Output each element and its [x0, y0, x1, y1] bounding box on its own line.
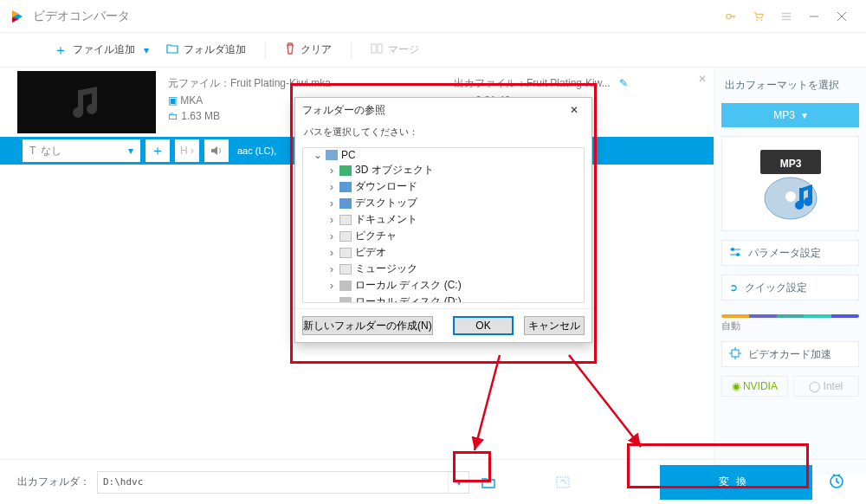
separator: [265, 42, 266, 59]
desktop-icon: [339, 198, 352, 209]
tree-disk-d[interactable]: ⌄ローカル ディスク (D:): [303, 294, 584, 303]
app-title: ビデオコンバータ: [33, 9, 717, 24]
svg-rect-18: [732, 350, 739, 357]
sliders-icon: [729, 247, 741, 260]
add-file-label: ファイル追加: [73, 42, 135, 57]
tree-pc[interactable]: ⌄PC: [303, 148, 584, 162]
svg-rect-9: [372, 44, 376, 53]
chevron-down-icon: ▾: [128, 145, 133, 157]
tree-music[interactable]: ›ミュージック: [303, 261, 584, 277]
format-panel: 出カフォーマットを選択 MP3 ▾ MP3 パラメータ設定 ➲ クイック設定: [714, 68, 866, 475]
tree-3d[interactable]: ›3D オブジェクト: [303, 162, 584, 178]
format-label: MP3: [773, 109, 795, 121]
audio-codec-label: aac (LC),: [237, 145, 276, 156]
svg-point-17: [736, 253, 740, 256]
dialog-close-button[interactable]: ✕: [564, 104, 585, 116]
bottom-bar: 出カフォルダ： ▾ 変換: [0, 459, 866, 504]
title-bar: ビデオコンバータ: [0, 0, 866, 33]
format-preview: MP3: [721, 136, 859, 231]
chevron-down-icon: ▾: [802, 109, 807, 121]
svg-point-15: [785, 191, 796, 202]
file-thumbnail[interactable]: [17, 71, 156, 133]
subtitle-select[interactable]: Tなし ▾: [23, 139, 140, 162]
schedule-icon[interactable]: [828, 472, 849, 492]
minimize-button[interactable]: [800, 4, 828, 29]
tree-documents[interactable]: ›ドキュメント: [303, 211, 584, 228]
open-folder-button[interactable]: [476, 471, 501, 494]
document-icon: [339, 215, 352, 225]
add-track-button[interactable]: ＋: [145, 139, 170, 162]
clear-button[interactable]: クリア: [278, 39, 339, 61]
disk-icon: [339, 297, 352, 304]
merge-label: マージ: [388, 42, 419, 57]
dialog-message: パスを選択してください：: [295, 122, 591, 142]
toolbar: ＋ ファイル追加 ▾ フォルダ追加 クリア マージ: [0, 33, 866, 68]
tree-pictures[interactable]: ›ピクチャ: [303, 228, 584, 244]
cube-icon: [339, 165, 352, 176]
edit-icon[interactable]: ✎: [614, 77, 629, 89]
separator: [351, 42, 352, 59]
menu-icon[interactable]: [772, 4, 800, 29]
folder-small-icon: 🗀: [168, 110, 178, 122]
tree-desktop[interactable]: ›デスクトップ: [303, 195, 584, 211]
intel-badge: ◯ Intel: [793, 376, 860, 397]
plus-icon: ＋: [151, 144, 165, 158]
snapshot-icon[interactable]: [551, 471, 575, 494]
param-label: パラメータ設定: [748, 246, 821, 261]
svg-point-4: [756, 19, 758, 21]
output-path-field[interactable]: [98, 476, 448, 488]
tree-disk-c[interactable]: ›ローカル ディスク (C:): [303, 277, 584, 294]
svg-point-16: [731, 248, 734, 251]
gpu-accel-button[interactable]: ビデオカード加速: [721, 341, 859, 367]
svg-rect-19: [557, 477, 569, 488]
svg-rect-10: [378, 44, 382, 53]
clear-label: クリア: [301, 42, 332, 57]
merge-button[interactable]: マージ: [364, 39, 426, 61]
new-folder-button[interactable]: 新しいフォルダーの作成(N): [302, 316, 433, 335]
add-folder-button[interactable]: フォルダ追加: [159, 39, 253, 61]
convert-button[interactable]: 変換: [660, 465, 812, 500]
add-file-button[interactable]: ＋ ファイル追加 ▾: [47, 39, 156, 61]
nvidia-icon: ◉: [732, 380, 743, 392]
folder-browse-dialog: フォルダーの参照 ✕ パスを選択してください： ⌄PC ›3D オブジェクト ›…: [294, 97, 592, 343]
intel-icon: ◯: [809, 380, 823, 392]
app-logo-icon: [10, 10, 24, 23]
text-icon: T: [29, 145, 36, 157]
svg-point-3: [727, 14, 731, 18]
output-path-input[interactable]: ▾: [97, 471, 469, 494]
format-select[interactable]: MP3 ▾: [721, 103, 859, 127]
param-settings-button[interactable]: パラメータ設定: [721, 240, 859, 266]
cart-icon[interactable]: [745, 4, 772, 29]
panel-title: 出カフォーマットを選択: [721, 76, 859, 94]
tree-videos[interactable]: ›ビデオ: [303, 244, 584, 261]
plus-icon: ＋: [54, 43, 68, 57]
quality-slider[interactable]: [721, 314, 859, 318]
output-path-dropdown[interactable]: ▾: [448, 472, 469, 493]
tree-downloads[interactable]: ›ダウンロード: [303, 178, 584, 195]
remove-file-button[interactable]: ✕: [698, 73, 707, 85]
dialog-title: フォルダーの参照: [302, 103, 385, 118]
close-button[interactable]: [828, 4, 856, 29]
chevron-down-icon: ▾: [456, 476, 462, 488]
add-folder-label: フォルダ追加: [184, 42, 246, 57]
nvidia-badge: ◉ NVIDIA: [721, 376, 788, 397]
merge-icon: [371, 43, 383, 56]
video-icon: [339, 248, 352, 258]
track-h-button[interactable]: H ›: [175, 139, 199, 162]
speaker-icon[interactable]: [204, 139, 229, 162]
source-file-label: 元ファイル：Fruit Plating-Kiwi.mka: [168, 76, 428, 91]
svg-text:MP3: MP3: [779, 158, 801, 170]
folder-tree[interactable]: ⌄PC ›3D オブジェクト ›ダウンロード ›デスクトップ ›ドキュメント ›…: [302, 147, 585, 303]
chip-icon: [729, 347, 741, 362]
pc-icon: [326, 150, 338, 160]
music-icon: [339, 264, 352, 275]
cancel-button[interactable]: キャンセル: [524, 316, 585, 335]
svg-point-5: [761, 19, 763, 21]
file-type-icon: ▣: [168, 94, 178, 107]
trash-icon: [285, 42, 295, 57]
ok-button[interactable]: OK: [453, 316, 514, 335]
key-icon[interactable]: [717, 4, 745, 29]
quick-label: クイック設定: [745, 281, 807, 295]
download-icon: [339, 182, 352, 192]
quick-settings-button[interactable]: ➲ クイック設定: [721, 275, 859, 300]
